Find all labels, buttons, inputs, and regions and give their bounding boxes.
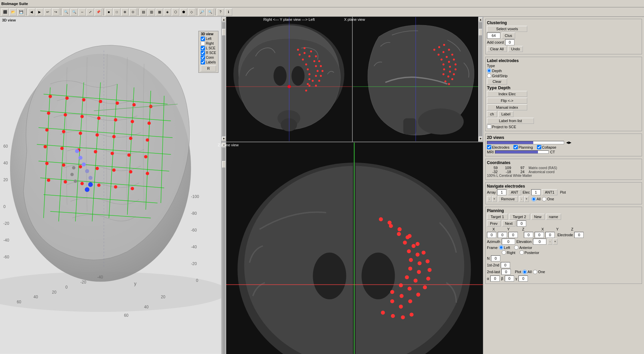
array-plus-btn[interactable]: + [492, 196, 497, 202]
scroll-z-left[interactable]: ▲ ▼ [221, 142, 226, 354]
array-minus-btn[interactable]: - [487, 196, 492, 202]
y-plane-svg[interactable] [226, 17, 352, 142]
undo-btn[interactable]: Undo [508, 46, 523, 52]
scroll-thumb-x[interactable] [479, 29, 482, 36]
plan-x1-input[interactable] [487, 232, 496, 238]
overlay-labels-chk[interactable] [201, 60, 205, 64]
left-radio-label[interactable]: Left [499, 245, 510, 250]
beta-input[interactable] [505, 275, 514, 282]
toolbar-btn-13[interactable]: ▥ [148, 8, 155, 16]
manual-index-btn[interactable]: Manual index [487, 104, 527, 110]
toolbar-btn-3[interactable]: 🔍 [62, 8, 70, 16]
plan-all-radio-label[interactable]: All [523, 270, 532, 274]
toolbar-btn-6[interactable]: ⤢ [87, 8, 94, 16]
toolbar-btn-info[interactable]: ℹ [225, 8, 232, 16]
scroll-up-btn-y[interactable]: ▲ [222, 17, 226, 21]
right-radio-label[interactable]: Right [502, 250, 515, 255]
plan-z1-input[interactable] [508, 232, 518, 238]
label-btn[interactable]: Label [498, 111, 513, 117]
planning-chk[interactable] [513, 145, 518, 149]
az-minus-btn[interactable]: - [548, 239, 552, 245]
toolbar-btn-14[interactable]: ▦ [156, 8, 163, 16]
clear-all-btn[interactable]: Clear All [487, 46, 507, 52]
plan-z2-input[interactable] [545, 232, 555, 238]
alpha-input[interactable] [490, 275, 500, 282]
toolbar-btn-9[interactable]: □ [113, 8, 120, 16]
plan-all-radio[interactable] [523, 270, 527, 274]
overlay-rsce-chk[interactable] [201, 51, 205, 55]
project-sce-label[interactable]: Project to SCE [487, 124, 516, 129]
toolbar-btn-4[interactable]: 🔍 [70, 8, 78, 16]
overlay-lsce-chk[interactable] [201, 46, 205, 50]
flip-btn[interactable]: Flip <-> [487, 98, 527, 104]
toolbar-btn-16[interactable]: ⬡ [172, 8, 179, 16]
scroll-thumb-z[interactable] [222, 161, 226, 168]
next-val-input[interactable] [517, 220, 526, 226]
n-input[interactable] [491, 255, 500, 261]
toolbar-btn-7[interactable]: 📌 [95, 8, 102, 16]
toolbar-btn-5[interactable]: ↔ [79, 8, 86, 16]
toolbar-btn-open[interactable]: 📂 [9, 8, 17, 16]
toolbar-btn-new[interactable]: ⬛ [1, 8, 9, 16]
index-elec-btn[interactable]: Index Elec [487, 91, 527, 97]
views-2d-progress[interactable] [487, 141, 564, 144]
array-input[interactable] [497, 189, 506, 195]
remove-btn[interactable]: Remove [498, 196, 518, 202]
project-sce-chk[interactable] [487, 124, 491, 129]
target2-btn[interactable]: Target 2 [509, 214, 530, 220]
plan-x2-input[interactable] [524, 232, 533, 238]
posterior-radio-label[interactable]: Posterior [519, 250, 539, 255]
clus-btn[interactable]: Clus [502, 33, 515, 39]
nav-one-radio[interactable] [542, 197, 546, 201]
ch-btn[interactable]: ch [487, 111, 497, 117]
mri-slider[interactable] [495, 150, 549, 154]
toolbar-btn-18[interactable]: ◇ [188, 8, 195, 16]
collapse-chk-label[interactable]: Collapse [537, 145, 556, 149]
depth-radio[interactable] [487, 68, 491, 73]
scroll-y-left[interactable]: ▲ ▼ [221, 17, 226, 142]
toolbar-btn-zoom-out[interactable]: 🔍 [206, 8, 214, 16]
add-coord-input[interactable] [505, 39, 514, 45]
ant1-btn[interactable]: ANT1 [542, 189, 557, 195]
name-btn[interactable]: name [546, 214, 561, 220]
nav-all-radio-label[interactable]: All [532, 197, 541, 201]
toolbar-btn-8[interactable]: ■ [105, 8, 112, 16]
electrodes-chk-label[interactable]: Electrodes [487, 145, 509, 149]
select-voxels-btn[interactable]: Select voxels [487, 26, 527, 32]
right-radio[interactable] [502, 250, 506, 255]
next-btn[interactable]: Next [502, 220, 516, 226]
elec-minus-btn[interactable]: - [519, 196, 524, 202]
scroll-thumb-y[interactable] [222, 29, 226, 36]
plan-one-radio[interactable] [533, 270, 537, 274]
az-plus-btn[interactable]: + [553, 239, 557, 245]
planning-chk-label[interactable]: Planning [513, 145, 533, 149]
toolbar-btn-15[interactable]: ◈ [164, 8, 171, 16]
elec-val-input[interactable] [574, 232, 584, 238]
plan-one-radio-label[interactable]: One [533, 270, 545, 274]
z-plane-svg[interactable] [226, 142, 483, 354]
depth-radio-label[interactable]: Depth [487, 68, 502, 73]
1st2nd-input[interactable] [501, 262, 510, 268]
mri-y-plane[interactable]: Right <--- Y plane view ---> Left [226, 17, 352, 142]
collapse-chk[interactable] [537, 145, 541, 149]
2ndlast-input[interactable] [501, 269, 511, 275]
overlay-r-btn[interactable]: R [201, 65, 216, 71]
toolbar-btn-redo[interactable]: ↪ [52, 8, 59, 16]
toolbar-btn-fwd[interactable]: ▶ [36, 8, 43, 16]
toolbar-btn-12[interactable]: ▤ [140, 8, 147, 16]
scroll-up-btn-x[interactable]: ▲ [479, 17, 483, 21]
label-from-list-btn[interactable]: Label from list [487, 118, 534, 124]
electrodes-chk[interactable] [487, 145, 491, 149]
target1-btn[interactable]: Target 1 [487, 214, 508, 220]
toolbar-btn-help[interactable]: ? [217, 8, 224, 16]
toolbar-btn-10[interactable]: ⊕ [121, 8, 129, 16]
overlay-right-chk[interactable] [201, 41, 205, 46]
clear-btn[interactable]: Clear [487, 79, 507, 85]
plan-y1-input[interactable] [498, 232, 507, 238]
anterior-radio-label[interactable]: Anterior [514, 245, 532, 250]
toolbar-btn-save[interactable]: 💾 [17, 8, 25, 16]
azimuth-input[interactable] [502, 239, 515, 245]
gamma-input[interactable] [518, 275, 528, 282]
posterior-radio[interactable] [519, 250, 524, 255]
toolbar-btn-11[interactable]: ⊙ [129, 8, 137, 16]
